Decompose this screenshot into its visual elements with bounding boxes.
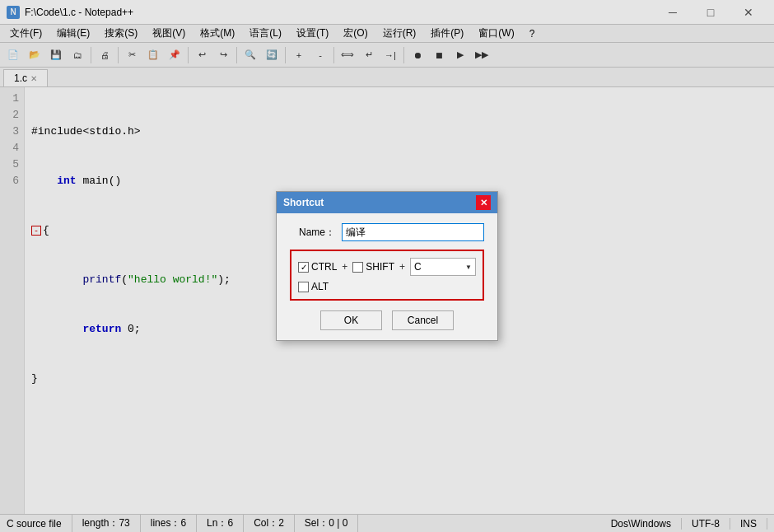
shortcut-row-2: ALT (298, 281, 476, 292)
ok-button[interactable]: OK (320, 310, 382, 330)
alt-checkbox[interactable] (298, 282, 309, 292)
plus-sign-1: + (342, 261, 347, 273)
shortcut-box: ✓ CTRL + SHIFT + C ▼ (290, 250, 484, 301)
shortcut-dialog: Shortcut ✕ Name： ✓ CTRL + (276, 191, 498, 341)
ctrl-checkbox[interactable]: ✓ (298, 262, 309, 273)
dialog-name-label: Name： (290, 226, 335, 240)
dialog-overlay: Shortcut ✕ Name： ✓ CTRL + (0, 0, 774, 532)
dialog-buttons: OK Cancel (290, 310, 484, 330)
dialog-name-input[interactable] (342, 223, 484, 241)
key-select[interactable]: C ▼ (410, 258, 476, 276)
plus-sign-2: + (399, 261, 405, 273)
alt-label[interactable]: ALT (298, 281, 329, 292)
cancel-button[interactable]: Cancel (392, 310, 454, 330)
dialog-title-bar: Shortcut ✕ (277, 192, 497, 213)
alt-text: ALT (311, 281, 329, 292)
shift-checkbox[interactable] (352, 262, 363, 273)
shift-text: SHIFT (366, 261, 394, 273)
key-select-arrow-icon: ▼ (465, 264, 472, 271)
ctrl-text: CTRL (311, 261, 337, 273)
dialog-body: Name： ✓ CTRL + SHIFT + (277, 213, 497, 340)
shortcut-row-1: ✓ CTRL + SHIFT + C ▼ (298, 258, 476, 276)
dialog-close-button[interactable]: ✕ (476, 195, 491, 210)
dialog-name-row: Name： (290, 223, 484, 241)
shift-label[interactable]: SHIFT (352, 261, 394, 273)
dialog-title: Shortcut (283, 197, 324, 208)
ctrl-label[interactable]: ✓ CTRL (298, 261, 337, 273)
key-select-value: C (414, 261, 422, 273)
